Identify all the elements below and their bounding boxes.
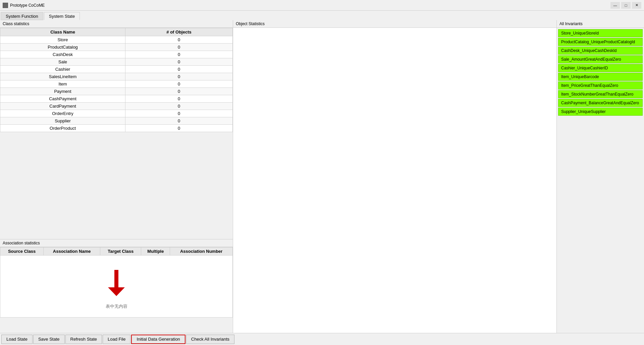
- class-stats-header: Class statistics: [0, 20, 233, 28]
- down-arrow-icon: [108, 270, 125, 297]
- class-stats-row: SalesLineItem0: [0, 73, 233, 80]
- object-count-cell: 0: [125, 110, 233, 117]
- object-count-cell: 0: [125, 125, 233, 132]
- class-stats-section: Class statistics Class Name # of Objects…: [0, 20, 233, 239]
- object-count-cell: 0: [125, 58, 233, 66]
- source-class-col-header: Source Class: [0, 247, 44, 255]
- class-name-cell: CashDesk: [0, 51, 125, 58]
- svg-marker-1: [108, 287, 125, 296]
- class-stats-row: OrderProduct0: [0, 125, 233, 132]
- object-count-cell: 0: [125, 103, 233, 110]
- object-count-cell: 0: [125, 73, 233, 80]
- svg-rect-0: [114, 270, 118, 287]
- object-count-cell: 0: [125, 95, 233, 103]
- class-name-cell: ProductCatalog: [0, 44, 125, 51]
- association-section: Association statistics Source Class Asso…: [0, 239, 233, 333]
- object-stats-header: Object Statistics: [233, 20, 556, 28]
- class-name-cell: CardPayment: [0, 103, 125, 110]
- all-invariants-header: All Invariants: [557, 20, 644, 28]
- association-stats-header: Association statistics: [0, 239, 233, 247]
- class-name-cell: Payment: [0, 88, 125, 95]
- initial-data-generation-button[interactable]: Initial Data Generation: [131, 335, 185, 344]
- association-stats-table: Source Class Association Name Target Cla…: [0, 247, 233, 318]
- multiple-col-header: Multiple: [141, 247, 170, 255]
- object-stats-content: [233, 28, 556, 333]
- invariant-item[interactable]: CashPayment_BalanceGreatAndEqualZero: [558, 99, 643, 107]
- title-bar: Prototype CoCoME — □ ✕: [0, 0, 644, 11]
- class-stats-row: Payment0: [0, 88, 233, 95]
- invariant-item[interactable]: Sale_AmountGreatAndEqualZero: [558, 55, 643, 63]
- class-stats-tbody: Store0ProductCatalog0CashDesk0Sale0Cashi…: [0, 36, 233, 132]
- bottom-bar: Load State Save State Refresh State Load…: [0, 333, 644, 345]
- invariant-item[interactable]: ProductCatalog_UniqueProductCatalogId: [558, 38, 643, 46]
- invariant-item[interactable]: Supplier_UniqueSupplier: [558, 108, 643, 116]
- right-panel: All Invariants Store_UniqueStoreIdProduc…: [557, 20, 644, 333]
- num-objects-col-header: # of Objects: [125, 28, 233, 36]
- tab-system-function[interactable]: System Function: [1, 12, 43, 20]
- invariant-item[interactable]: CashDesk_UniqueCashDeskId: [558, 47, 643, 55]
- object-count-cell: 0: [125, 117, 233, 125]
- class-stats-row: Cashier0: [0, 66, 233, 73]
- left-panel: Class statistics Class Name # of Objects…: [0, 20, 233, 333]
- invariant-item[interactable]: Item_PriceGreatThanEqualZero: [558, 81, 643, 90]
- invariant-item[interactable]: Item_UniqueBarcode: [558, 73, 643, 81]
- class-stats-table-container: Class Name # of Objects Store0ProductCat…: [0, 28, 233, 239]
- target-class-col-header: Target Class: [100, 247, 141, 255]
- class-stats-row: ProductCatalog0: [0, 44, 233, 51]
- class-name-col-header: Class Name: [0, 28, 125, 36]
- load-state-button[interactable]: Load State: [1, 335, 33, 344]
- association-stats-tbody: 表中无内容: [0, 255, 233, 318]
- class-stats-row: Supplier0: [0, 117, 233, 125]
- main-content: Class statistics Class Name # of Objects…: [0, 20, 644, 333]
- middle-panel: Object Statistics: [233, 20, 557, 333]
- load-file-button[interactable]: Load File: [103, 335, 130, 344]
- object-count-cell: 0: [125, 36, 233, 44]
- class-name-cell: Store: [0, 36, 125, 44]
- restore-button[interactable]: □: [621, 2, 631, 9]
- minimize-button[interactable]: —: [610, 2, 620, 9]
- close-button[interactable]: ✕: [632, 2, 641, 9]
- class-name-cell: CashPayment: [0, 95, 125, 103]
- class-stats-row: Store0: [0, 36, 233, 44]
- window-title: Prototype CoCoME: [10, 3, 610, 8]
- invariant-item[interactable]: Cashier_UniqueCashierID: [558, 64, 643, 72]
- class-stats-row: Item0: [0, 80, 233, 88]
- association-name-col-header: Association Name: [44, 247, 100, 255]
- arrow-container: [10, 263, 223, 303]
- window-controls: — □ ✕: [610, 2, 641, 9]
- class-name-cell: Sale: [0, 58, 125, 66]
- empty-message-text: 表中无内容: [106, 304, 127, 309]
- class-stats-row: CashPayment0: [0, 95, 233, 103]
- invariant-item[interactable]: Item_StockNumberGreatThanEqualZero: [558, 90, 643, 98]
- tab-system-state[interactable]: System State: [44, 12, 80, 20]
- class-stats-row: Sale0: [0, 58, 233, 66]
- class-stats-row: OrderEntry0: [0, 110, 233, 117]
- class-stats-row: CashDesk0: [0, 51, 233, 58]
- class-stats-table: Class Name # of Objects Store0ProductCat…: [0, 28, 233, 132]
- association-number-col-header: Association Number: [170, 247, 233, 255]
- object-count-cell: 0: [125, 44, 233, 51]
- class-name-cell: Cashier: [0, 66, 125, 73]
- object-count-cell: 0: [125, 51, 233, 58]
- class-name-cell: OrderEntry: [0, 110, 125, 117]
- empty-table-message: 表中无内容: [0, 255, 233, 318]
- class-name-cell: SalesLineItem: [0, 73, 125, 80]
- object-count-cell: 0: [125, 80, 233, 88]
- object-count-cell: 0: [125, 66, 233, 73]
- class-stats-row: CardPayment0: [0, 103, 233, 110]
- refresh-state-button[interactable]: Refresh State: [65, 335, 102, 344]
- invariant-item[interactable]: Store_UniqueStoreId: [558, 29, 643, 37]
- check-all-invariants-button[interactable]: Check All Invariants: [186, 335, 234, 344]
- tab-bar: System Function System State: [0, 11, 644, 20]
- save-state-button[interactable]: Save State: [33, 335, 65, 344]
- class-name-cell: Supplier: [0, 117, 125, 125]
- app-icon: [3, 3, 8, 8]
- class-name-cell: Item: [0, 80, 125, 88]
- object-count-cell: 0: [125, 88, 233, 95]
- invariants-list: Store_UniqueStoreIdProductCatalog_Unique…: [557, 28, 644, 333]
- association-stats-table-container: Source Class Association Name Target Cla…: [0, 247, 233, 333]
- class-name-cell: OrderProduct: [0, 125, 125, 132]
